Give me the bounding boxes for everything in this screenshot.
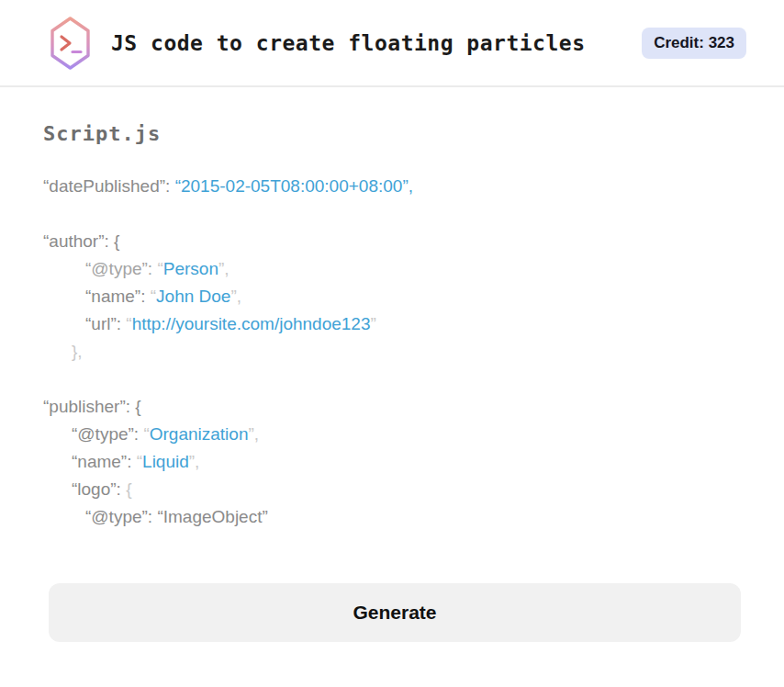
code-line: “name”: “Liquid”, [43, 448, 741, 476]
code-segment: }, [72, 342, 83, 361]
credit-badge: Credit: 323 [642, 28, 746, 59]
header: JS code to create floating particles Cre… [0, 0, 784, 87]
code-segment: Person [163, 259, 218, 278]
code-segment: “url”: [85, 314, 126, 333]
code-segment: ” [371, 314, 376, 333]
code-line: “url”: “http://yoursite.com/johndoe123” [43, 310, 741, 338]
code-segment: “publisher”: { [43, 397, 141, 416]
code-segment: “author”: { [43, 231, 119, 251]
code-segment: “@type”: [72, 424, 143, 444]
code-segment: “@type”: [85, 259, 157, 278]
code-line [43, 200, 741, 228]
code-segment: “2015-02-05T08:00:00+08:00”, [175, 176, 413, 196]
code-segment: http://yoursite.com/johndoe123 [132, 314, 371, 333]
code-segment: “name”: [72, 452, 137, 471]
code-segment: ”, [189, 452, 200, 471]
code-segment: ”, [218, 259, 230, 278]
code-panel: Script.js “datePublished”: “2015-02-05T0… [0, 122, 784, 531]
code-segment: Organization [150, 424, 249, 444]
terminal-prompt-hexagon-icon [49, 16, 92, 71]
page-title: JS code to create floating particles [111, 31, 586, 55]
code-lines: “datePublished”: “2015-02-05T08:00:00+08… [43, 173, 741, 531]
code-line [43, 366, 741, 393]
code-line: “@type”: “ImageObject” [43, 503, 741, 531]
code-segment: John Doe [156, 287, 230, 306]
code-line: “@type”: “Person”, [43, 255, 741, 283]
code-line: “author”: { [43, 228, 741, 255]
code-segment: “@type”: “ImageObject” [85, 507, 268, 526]
code-line: “@type”: “Organization”, [43, 421, 741, 448]
code-segment: ”, [248, 424, 259, 444]
code-segment: Liquid [142, 452, 189, 471]
code-segment: “datePublished”: [43, 176, 175, 196]
code-line: }, [43, 338, 741, 366]
code-segment: { [126, 479, 131, 499]
app-window: JS code to create floating particles Cre… [0, 0, 784, 642]
code-line: “datePublished”: “2015-02-05T08:00:00+08… [43, 173, 741, 200]
code-line: “publisher”: { [43, 393, 741, 421]
code-segment: “logo”: [72, 479, 126, 499]
filename-label: Script.js [43, 122, 741, 145]
generate-button[interactable]: Generate [49, 583, 741, 642]
code-line: “name”: “John Doe”, [43, 283, 741, 310]
code-segment: “name”: [85, 287, 151, 306]
code-line: “logo”: { [43, 476, 741, 503]
header-left: JS code to create floating particles [49, 16, 586, 71]
code-segment: ”, [230, 287, 241, 306]
